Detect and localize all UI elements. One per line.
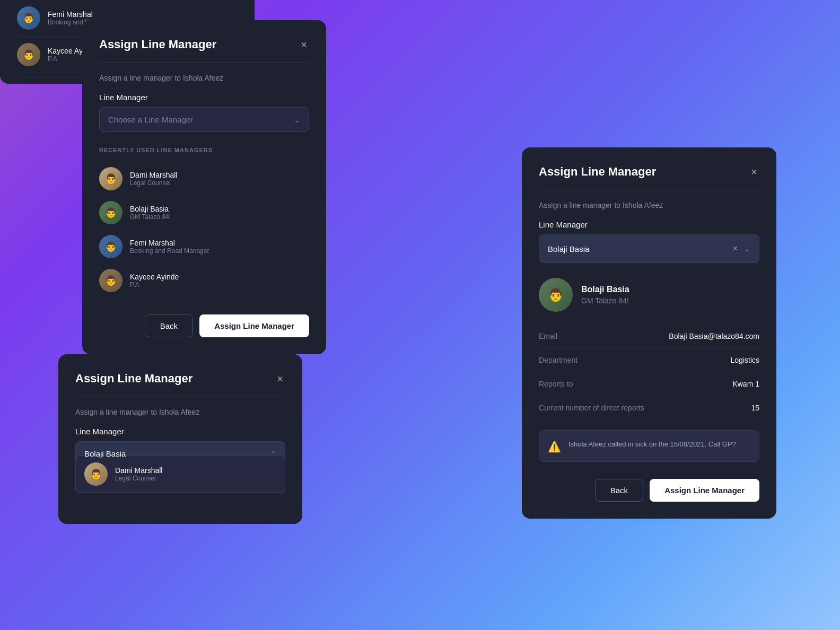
modal-1-back-button[interactable]: Back (145, 314, 193, 337)
list-item-femi[interactable]: 👨 Femi Marshal Booking and Road Manager (99, 230, 309, 264)
avatar-dami-m2: 👨 (84, 462, 108, 486)
info-bolaji-m1: Bolaji Basia GM Talazo 84! (130, 205, 171, 221)
info-dami-m1: Dami Marshall Legal Counsel (130, 171, 177, 187)
modal-1-section-title: RECENTLY USED LINE MANAGERS (99, 147, 309, 153)
reports-label: Reports to (539, 380, 573, 388)
dropdown-item-dami[interactable]: 👨 Dami Marshall Legal Counsel (76, 456, 285, 493)
name-femi-m1: Femi Marshal (130, 239, 209, 247)
modal-2-divider (75, 397, 285, 397)
modal-1-manager-list: 👨 Dami Marshall Legal Counsel 👨 Bolaji B… (99, 162, 309, 298)
modal-1-field-label: Line Manager (99, 93, 309, 102)
modal-3-dropdown[interactable]: Bolaji Basia × ⌄ (539, 234, 759, 263)
role-femi-m1: Booking and Road Manager (130, 247, 209, 255)
name-kaycee-m1: Kaycee Ayinde (130, 273, 179, 281)
dept-value: Logistics (731, 356, 759, 364)
list-item-kaycee[interactable]: 👨 Kaycee Ayinde P.A (99, 264, 309, 298)
info-row-department: Department Logistics (539, 348, 759, 372)
modal-2-selected-value: Bolaji Basia (84, 449, 126, 458)
modal-1-divider (99, 63, 309, 63)
avatar-femi-m1: 👨 (99, 235, 122, 258)
warning-text: Ishola Afeez called in sick on the 15/08… (568, 439, 736, 450)
name-dami-m1: Dami Marshall (130, 171, 177, 179)
info-bolaji-m3: Bolaji Basia GM Talazo 84! (581, 285, 629, 305)
email-label: Email (539, 332, 557, 340)
list-item-dami[interactable]: 👨 Dami Marshall Legal Counsel (99, 162, 309, 196)
email-value: Bolaji Basia@talazo84.com (669, 332, 759, 340)
list-item-bolaji[interactable]: 👨 Bolaji Basia GM Talazo 84! (99, 196, 309, 230)
modal-assign-dropdown-open: Assign Line Manager × Assign a line mana… (58, 354, 302, 524)
modal-2-dropdown-list: 👨 Dami Marshall Legal Counsel (75, 456, 285, 493)
modal-3-selected-manager-card: 👨 Bolaji Basia GM Talazo 84! (539, 278, 759, 312)
manager-name-femi: Femi Marshal (48, 10, 127, 19)
modal-3-close-button[interactable]: × (749, 164, 759, 179)
chevron-down-icon: ⌄ (294, 116, 300, 124)
modal-assign-info: Assign Line Manager × Assign a line mana… (522, 147, 776, 519)
modal-assign-choose: Assign Line Manager × Assign a line mana… (82, 20, 326, 354)
direct-reports-value: 15 (751, 404, 759, 412)
modal-1-subtitle: Assign a line manager to Ishola Afeez (99, 74, 309, 82)
modal-3-info-rows: Email Bolaji Basia@talazo84.com Departme… (539, 325, 759, 419)
info-row-email: Email Bolaji Basia@talazo84.com (539, 325, 759, 348)
modal-1-close-button[interactable]: × (299, 37, 309, 52)
modal-1-dropdown[interactable]: Choose a Line Manager ⌄ (99, 107, 309, 132)
modal-2-close-button[interactable]: × (275, 371, 285, 386)
modal-3-subtitle: Assign a line manager to Ishola Afeez (539, 201, 759, 209)
modal-3-header: Assign Line Manager × (539, 164, 759, 179)
dept-label: Department (539, 356, 578, 364)
avatar-bolaji-m3: 👨 (539, 278, 573, 312)
role-bolaji-m1: GM Talazo 84! (130, 213, 171, 221)
avatar-dami-m1: 👨 (99, 167, 122, 190)
modal-1-header: Assign Line Manager × (99, 37, 309, 52)
modal-2-subtitle: Assign a line manager to Ishola Afeez (75, 408, 285, 416)
modal-1-title: Assign Line Manager (99, 38, 216, 51)
modal-1-btn-row: Back Assign Line Manager (99, 314, 309, 337)
info-dami-m2: Dami Marshall Legal Counsel (115, 466, 162, 482)
modal-2-field-label: Line Manager (75, 427, 285, 436)
modal-3-btn-row: Back Assign Line Manager (539, 479, 759, 502)
avatar-kaycee-m1: 👨 (99, 269, 122, 292)
avatar-femi: 👨 (17, 6, 40, 30)
modal-3-back-button[interactable]: Back (595, 479, 643, 502)
modal-2-title: Assign Line Manager (75, 372, 192, 386)
modal-3-assign-button[interactable]: Assign Line Manager (650, 479, 759, 502)
name-dami-m2: Dami Marshall (115, 466, 162, 475)
modal-3-divider (539, 190, 759, 190)
modal-1-assign-button[interactable]: Assign Line Manager (199, 314, 309, 337)
info-row-direct-reports: Current number of direct reports 15 (539, 396, 759, 419)
modal-3-title: Assign Line Manager (539, 165, 656, 179)
modal-3-field-label: Line Manager (539, 220, 759, 229)
info-kaycee-m1: Kaycee Ayinde P.A (130, 273, 179, 288)
role-bolaji-m3: GM Talazo 84! (581, 296, 629, 305)
avatar-kaycee: 👨 (17, 43, 40, 66)
chevron-up-icon: ⌃ (270, 450, 276, 458)
role-dami-m2: Legal Counsel (115, 475, 162, 482)
modal-1-dropdown-placeholder: Choose a Line Manager (108, 115, 193, 124)
warning-icon: ⚠️ (548, 440, 561, 453)
name-bolaji-m1: Bolaji Basia (130, 205, 171, 213)
role-kaycee-m1: P.A (130, 281, 179, 288)
name-bolaji-m3: Bolaji Basia (581, 285, 629, 294)
modal-3-warning-box: ⚠️ Ishola Afeez called in sick on the 15… (539, 430, 759, 462)
modal-3-selected-value: Bolaji Basia (548, 244, 589, 253)
info-femi-m1: Femi Marshal Booking and Road Manager (130, 239, 209, 255)
chevron-down-icon-m3: ⌄ (744, 244, 750, 253)
avatar-bolaji-m1: 👨 (99, 201, 122, 224)
modal-3-clear-button[interactable]: × (731, 242, 740, 255)
direct-reports-label: Current number of direct reports (539, 404, 644, 412)
info-row-reports-to: Reports to Kwam 1 (539, 372, 759, 396)
modal-2-header: Assign Line Manager × (75, 371, 285, 386)
role-dami-m1: Legal Counsel (130, 179, 177, 187)
reports-value: Kwam 1 (732, 380, 759, 388)
